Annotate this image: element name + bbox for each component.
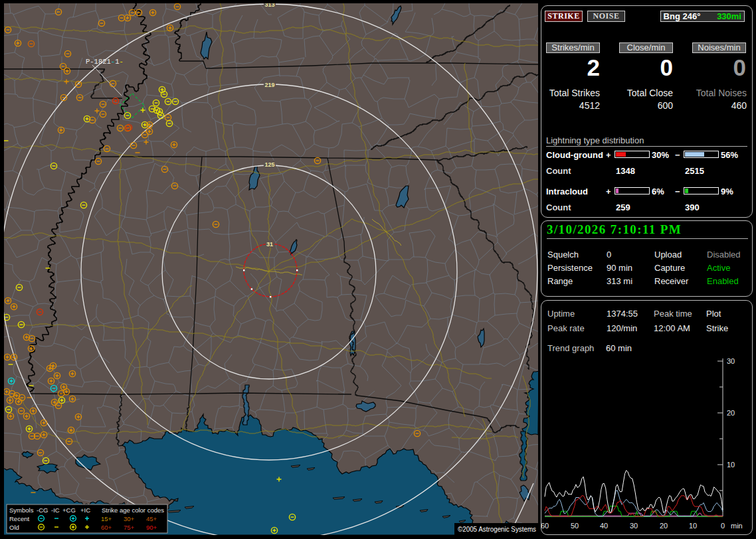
svg-text:30: 30 [727,357,735,365]
svg-text:min: min [731,522,743,530]
svg-text:Strike age color codes: Strike age color codes [102,506,164,514]
svg-text:+IC: +IC [80,506,90,514]
svg-text:20: 20 [727,409,735,417]
svg-text:0: 0 [721,522,725,530]
svg-text:125: 125 [264,161,274,168]
svg-text:60+: 60+ [101,524,112,531]
svg-text:-CG: -CG [37,506,48,514]
svg-text:30+: 30+ [124,515,135,522]
svg-text:219: 219 [264,82,274,88]
svg-text:30: 30 [630,522,638,530]
svg-text:10: 10 [689,522,697,530]
svg-text:Old: Old [9,524,19,531]
svg-text:60: 60 [541,522,549,530]
svg-text:15+: 15+ [101,515,112,522]
svg-text:40: 40 [600,522,608,530]
svg-text:75+: 75+ [124,524,135,531]
svg-text:31: 31 [266,241,273,248]
svg-text:©2005 Astrogenic Systems: ©2005 Astrogenic Systems [458,525,536,533]
svg-text:50: 50 [571,522,579,530]
svg-text:+CG: +CG [62,506,76,514]
svg-text:10: 10 [727,461,735,469]
svg-text:90+: 90+ [146,524,157,531]
svg-text:Symbols: Symbols [9,506,34,514]
svg-text:45+: 45+ [146,515,157,522]
svg-text:20: 20 [660,522,668,530]
svg-text:Recent: Recent [9,515,29,522]
svg-text:P-1821-1-: P-1821-1- [86,58,124,66]
svg-text:-IC: -IC [51,506,60,514]
